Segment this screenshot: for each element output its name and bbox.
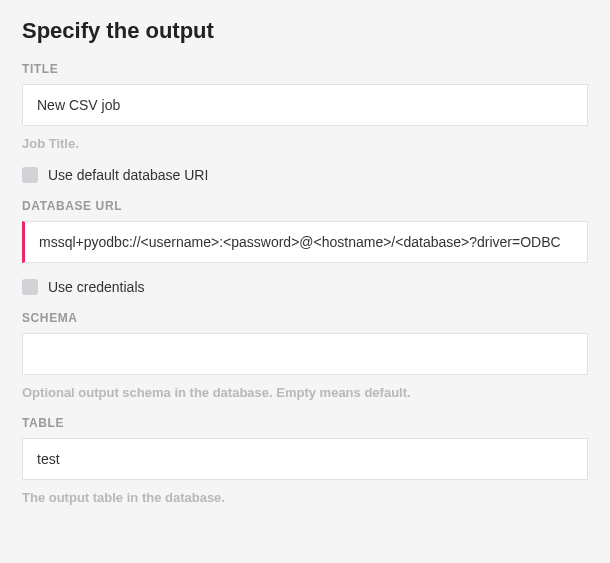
- title-help: Job Title.: [22, 136, 588, 151]
- table-help: The output table in the database.: [22, 490, 588, 505]
- credentials-label: Use credentials: [48, 279, 145, 295]
- title-label: TITLE: [22, 62, 588, 76]
- schema-label: SCHEMA: [22, 311, 588, 325]
- credentials-checkbox[interactable]: [22, 279, 38, 295]
- default-uri-row: Use default database URI: [22, 167, 588, 183]
- output-form: Specify the output TITLE Job Title. Use …: [0, 0, 610, 523]
- table-label: TABLE: [22, 416, 588, 430]
- page-title: Specify the output: [22, 18, 588, 44]
- dburl-label: DATABASE URL: [22, 199, 588, 213]
- title-input[interactable]: [22, 84, 588, 126]
- default-uri-checkbox[interactable]: [22, 167, 38, 183]
- default-uri-label: Use default database URI: [48, 167, 208, 183]
- schema-input[interactable]: [22, 333, 588, 375]
- dburl-input[interactable]: [22, 221, 588, 263]
- credentials-row: Use credentials: [22, 279, 588, 295]
- table-input[interactable]: [22, 438, 588, 480]
- schema-help: Optional output schema in the database. …: [22, 385, 588, 400]
